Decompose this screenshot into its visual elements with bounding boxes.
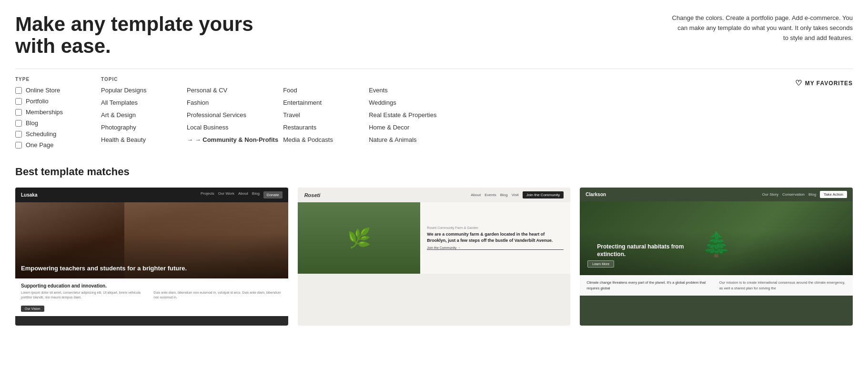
type-label-one-page: One Page: [26, 141, 54, 149]
type-label-portfolio: Portfolio: [26, 98, 49, 105]
clarkson-body-text-right: Our mission is to create international c…: [719, 280, 846, 291]
type-label-blog: Blog: [26, 119, 38, 127]
topic-item-food[interactable]: Food: [283, 87, 364, 95]
topic-item-local-business[interactable]: Local Business: [187, 124, 278, 132]
type-item-portfolio[interactable]: Portfolio: [15, 98, 91, 105]
clarkson-body-text-left: Climate change threatens every part of t…: [586, 280, 713, 291]
type-label: TYPE: [15, 77, 91, 82]
lusaka-donate-btn: Donate: [263, 191, 283, 198]
heart-icon: ♡: [795, 79, 802, 88]
header-description: Change the colors. Create a portfolio pa…: [672, 13, 853, 43]
favorites-label: MY FAVORITES: [805, 80, 853, 87]
topic-item-real-estate---properties[interactable]: Real Estate & Properties: [369, 111, 450, 119]
type-label-online-store: Online Store: [26, 87, 60, 94]
topic-item-weddings[interactable]: Weddings: [369, 99, 450, 107]
type-item-online-store[interactable]: Online Store: [15, 87, 91, 94]
topic-item-health---beauty[interactable]: Health & Beauty: [101, 136, 182, 144]
lusaka-body-title: Supporting education and innovation.: [21, 283, 283, 288]
topic-item-popular-designs[interactable]: Popular Designs: [101, 87, 182, 95]
topic-item-nature---animals[interactable]: Nature & Animals: [369, 136, 450, 144]
lusaka-nav-link: Projects: [201, 191, 214, 198]
topic-column-1: Personal & CVFashionProfessional Service…: [187, 87, 283, 148]
topic-item-professional-services[interactable]: Professional Services: [187, 111, 278, 119]
templates-grid: Lusaka Projects Our Work About Blog Dona…: [15, 188, 853, 326]
roseti-nav-link: Visit: [512, 193, 519, 197]
section-title: Best template matches: [15, 166, 853, 178]
topic-column-0: Popular DesignsAll TemplatesArt & Design…: [101, 87, 187, 148]
roseti-brand: Roseti: [304, 192, 321, 198]
topic-column-2: FoodEntertainmentTravelRestaurantsMedia …: [283, 87, 369, 148]
clarkson-nav: Clarkson Our Story Conservation Blog Tak…: [580, 188, 853, 201]
topic-item-personal---cv[interactable]: Personal & CV: [187, 87, 278, 95]
lusaka-hero-overlay: Empowering teachers and students for a b…: [15, 259, 288, 278]
lusaka-brand: Lusaka: [21, 192, 37, 198]
type-item-memberships[interactable]: Memberships: [15, 109, 91, 116]
type-checkbox-blog[interactable]: [15, 120, 22, 127]
template-card-clarkson[interactable]: Clarkson Our Story Conservation Blog Tak…: [580, 188, 853, 326]
topic-item-media---podcasts[interactable]: Media & Podcasts: [283, 136, 364, 144]
type-checkbox-one-page[interactable]: [15, 142, 22, 149]
clarkson-brand: Clarkson: [585, 192, 606, 197]
topic-item-travel[interactable]: Travel: [283, 111, 364, 119]
best-matches-section: Best template matches Lusaka Projects Ou…: [15, 166, 853, 326]
roseti-plant-image: 🌿: [298, 202, 421, 274]
roseti-subheading: Roseti Community Farm & Garden: [427, 226, 564, 229]
topic-item-photography[interactable]: Photography: [101, 124, 182, 132]
type-item-scheduling[interactable]: Scheduling: [15, 130, 91, 138]
lusaka-nav-link: About: [238, 191, 248, 198]
lusaka-nav-link: Our Work: [218, 191, 234, 198]
clarkson-nav-link: Blog: [808, 192, 816, 197]
lusaka-nav: Lusaka Projects Our Work About Blog Dona…: [15, 188, 288, 202]
clarkson-card-body: Climate change threatens every part of t…: [580, 275, 853, 296]
roseti-hero-text: We are a community farm & garden located…: [427, 231, 564, 243]
type-label-scheduling: Scheduling: [26, 130, 56, 138]
lusaka-body-text: Lorem ipsum dolor sit amet, consectetur …: [21, 290, 150, 300]
clarkson-hero-text: Protecting natural habitats from extinct…: [597, 243, 692, 258]
topic-item-all-templates[interactable]: All Templates: [101, 99, 182, 107]
topic-label: TOPIC: [101, 77, 454, 82]
roseti-cta-link: Join the Community →: [427, 246, 564, 250]
topic-item-fashion[interactable]: Fashion: [187, 99, 278, 107]
favorites-button[interactable]: ♡ MY FAVORITES: [795, 79, 853, 88]
page-title: Make any template yours with ease.: [15, 13, 253, 57]
template-card-lusaka[interactable]: Lusaka Projects Our Work About Blog Dona…: [15, 188, 288, 326]
type-label-memberships: Memberships: [26, 109, 63, 116]
topic-column-3: EventsWeddingsReal Estate & PropertiesHo…: [369, 87, 454, 148]
roseti-nav-link: Events: [484, 193, 496, 197]
type-item-blog[interactable]: Blog: [15, 119, 91, 127]
type-checkbox-portfolio[interactable]: [15, 98, 22, 105]
topic-item-entertainment[interactable]: Entertainment: [283, 99, 364, 107]
clarkson-hero-image: 🌲 Protecting natural habitats from extin…: [580, 201, 853, 275]
type-checkbox-scheduling[interactable]: [15, 131, 22, 138]
roseti-content: Roseti Community Farm & Garden We are a …: [420, 202, 570, 274]
lusaka-hero-image: Empowering teachers and students for a b…: [15, 202, 288, 278]
roseti-nav-link: Blog: [500, 193, 508, 197]
filters-section: TYPE Online StorePortfolioMembershipsBlo…: [15, 69, 853, 152]
lusaka-nav-link: Blog: [252, 191, 260, 198]
roseti-join-btn: Join the Community: [523, 191, 564, 198]
type-checkbox-online-store[interactable]: [15, 87, 22, 94]
type-item-one-page[interactable]: One Page: [15, 141, 91, 149]
clarkson-nav-link: Conservation: [782, 192, 805, 197]
clarkson-nav-link: Our Story: [762, 192, 778, 197]
roseti-nav-link: About: [471, 193, 481, 197]
topic-item-art---design[interactable]: Art & Design: [101, 111, 182, 119]
template-card-roseti[interactable]: Roseti About Events Blog Visit Join the …: [298, 188, 571, 326]
roseti-nav-links: About Events Blog Visit Join the Communi…: [471, 191, 564, 198]
topic-item-restaurants[interactable]: Restaurants: [283, 124, 364, 132]
roseti-nav: Roseti About Events Blog Visit Join the …: [298, 188, 571, 202]
clarkson-nav-links: Our Story Conservation Blog Take Action: [762, 191, 847, 198]
topic-item-home---decor[interactable]: Home & Decor: [369, 124, 450, 132]
lusaka-hero-text: Empowering teachers and students for a b…: [21, 265, 283, 273]
clarkson-learn-btn: Learn More: [587, 260, 614, 268]
lusaka-body-text-2: Duis ante diam, bibendum non euismod in,…: [153, 290, 282, 300]
lusaka-card-body: Supporting education and innovation. Lor…: [15, 278, 288, 316]
lusaka-nav-links: Projects Our Work About Blog Donate: [201, 191, 283, 198]
clarkson-action-btn: Take Action: [820, 191, 847, 198]
topic-item-events[interactable]: Events: [369, 87, 450, 95]
type-checkbox-memberships[interactable]: [15, 109, 22, 116]
lusaka-vision-btn: Our Vision: [21, 306, 44, 312]
topic-item-community---non-profits[interactable]: → Community & Non-Profits: [187, 136, 278, 144]
roseti-hero: 🌿 Roseti Community Farm & Garden We are …: [298, 202, 571, 274]
